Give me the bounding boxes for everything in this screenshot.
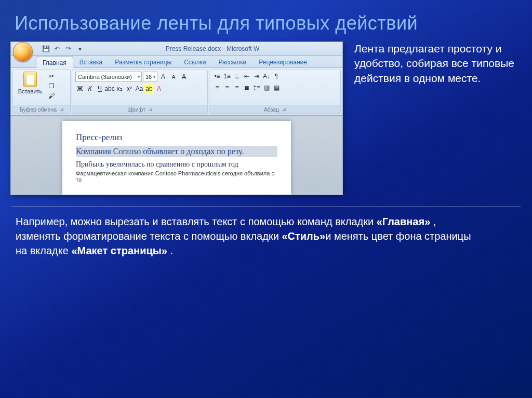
tab-references[interactable]: Ссылки	[178, 57, 212, 67]
line-spacing-icon[interactable]: ‡≡	[252, 83, 261, 92]
cut-icon[interactable]: ✂	[46, 72, 57, 81]
window-title: Press Release.docx - Microsoft W	[88, 45, 342, 52]
dialog-launcher-icon[interactable]: ◢	[149, 106, 152, 113]
superscript-icon[interactable]: x²	[125, 84, 134, 93]
group-paragraph: •≡ 1≡ ≣ ⇤ ⇥ A↓ ¶ ≡ ≡ ≡ ≣	[209, 70, 341, 114]
save-icon[interactable]: 💾	[41, 44, 50, 53]
italic-icon[interactable]: К	[85, 84, 95, 93]
align-right-icon[interactable]: ≡	[232, 83, 242, 92]
document-area: Пресс-релиз Компания Contoso объявляет о…	[11, 116, 342, 195]
indent-dec-icon[interactable]: ⇤	[242, 72, 251, 81]
tab-mailings[interactable]: Рассылки	[212, 57, 252, 67]
qat-more-icon[interactable]: ▾	[75, 44, 85, 53]
tab-insert[interactable]: Вставка	[73, 57, 109, 67]
office-button-icon[interactable]	[13, 42, 33, 62]
doc-heading-1: Пресс-релиз	[76, 132, 277, 143]
multilevel-icon[interactable]: ≣	[232, 72, 242, 81]
presentation-slide: Использование ленты для типовых действий…	[0, 0, 532, 398]
underline-icon[interactable]: Ч	[95, 84, 104, 93]
word-titlebar: 💾 ↶ ↷ ▾ Press Release.docx - Microsoft W	[11, 42, 342, 56]
ribbon: Вставить ✂ ❐ 🖌 Буфер обмена◢ Cambria (За	[11, 68, 342, 116]
ribbon-tabs: Главная Вставка Разметка страницы Ссылки…	[11, 56, 342, 68]
doc-body-text: Фармацевтическая компания Contoso Pharma…	[76, 170, 277, 183]
side-caption: Лента предлагает простоту и удобство, со…	[354, 42, 521, 86]
change-case-icon[interactable]: Aa	[135, 84, 144, 93]
tab-page-layout[interactable]: Разметка страницы	[109, 57, 178, 67]
undo-icon[interactable]: ↶	[52, 44, 62, 53]
tab-home[interactable]: Главная	[36, 57, 73, 68]
dialog-launcher-icon[interactable]: ◢	[282, 106, 286, 113]
bt-b2: «Стиль»	[282, 230, 325, 242]
font-group-label: Шрифт	[127, 106, 145, 113]
dialog-launcher-icon[interactable]: ◢	[60, 106, 63, 113]
slide-title: Использование ленты для типовых действий	[0, 0, 532, 42]
doc-heading-3: Прибыль увеличилась по сравнению с прошл…	[76, 160, 277, 169]
word-screenshot: 💾 ↶ ↷ ▾ Press Release.docx - Microsoft W…	[10, 42, 343, 195]
shrink-font-icon[interactable]: A	[169, 72, 178, 81]
justify-icon[interactable]: ≣	[242, 83, 251, 92]
show-marks-icon[interactable]: ¶	[272, 72, 281, 81]
bt-b1: «Главная»	[377, 216, 431, 227]
doc-heading-2: Компания Contoso объявляет о доходах по …	[76, 147, 277, 156]
grow-font-icon[interactable]: A	[158, 72, 168, 81]
clear-format-icon[interactable]: A̶	[179, 72, 189, 81]
slide-content: 💾 ↶ ↷ ▾ Press Release.docx - Microsoft W…	[0, 42, 532, 195]
bold-icon[interactable]: Ж	[75, 84, 85, 93]
redo-icon[interactable]: ↷	[64, 44, 73, 53]
copy-icon[interactable]: ❐	[46, 81, 57, 91]
format-painter-icon[interactable]: 🖌	[46, 91, 57, 101]
document-page[interactable]: Пресс-релиз Компания Contoso объявляет о…	[62, 121, 291, 195]
subscript-icon[interactable]: x₂	[115, 84, 124, 93]
group-clipboard: Вставить ✂ ❐ 🖌 Буфер обмена◢	[12, 70, 71, 114]
align-left-icon[interactable]: ≡	[212, 83, 222, 92]
font-name-combo[interactable]: Cambria (Заголовки)	[75, 72, 142, 82]
paste-button[interactable]: Вставить	[16, 72, 44, 94]
group-font: Cambria (Заголовки) 16 A A A̶ Ж К Ч abc …	[72, 70, 208, 114]
borders-icon[interactable]: ▦	[272, 83, 281, 92]
sort-icon[interactable]: A↓	[262, 72, 271, 81]
highlight-icon[interactable]: ab	[144, 84, 154, 93]
indent-inc-icon[interactable]: ⇥	[252, 72, 261, 81]
bt-b3: «Макет страницы»	[71, 245, 167, 256]
align-center-icon[interactable]: ≡	[222, 83, 232, 92]
strike-icon[interactable]: abc	[105, 84, 114, 93]
bt1: Например, можно вырезать и вставлять тек…	[16, 216, 377, 227]
bt4: .	[167, 245, 173, 256]
tab-review[interactable]: Рецензирование	[252, 57, 313, 67]
numbering-icon[interactable]: 1≡	[222, 72, 232, 81]
font-size-combo[interactable]: 16	[143, 72, 157, 82]
bottom-caption: Например, можно вырезать и вставлять тек…	[0, 207, 499, 258]
quick-access-toolbar: 💾 ↶ ↷ ▾	[41, 44, 85, 53]
paste-label: Вставить	[18, 88, 43, 94]
clipboard-group-label: Буфер обмена	[20, 106, 57, 113]
font-color-icon[interactable]: A	[154, 84, 164, 93]
paragraph-group-label: Абзац	[264, 106, 279, 113]
paste-icon	[23, 72, 37, 87]
bullets-icon[interactable]: •≡	[212, 72, 222, 81]
shading-icon[interactable]: ▥	[262, 83, 271, 92]
